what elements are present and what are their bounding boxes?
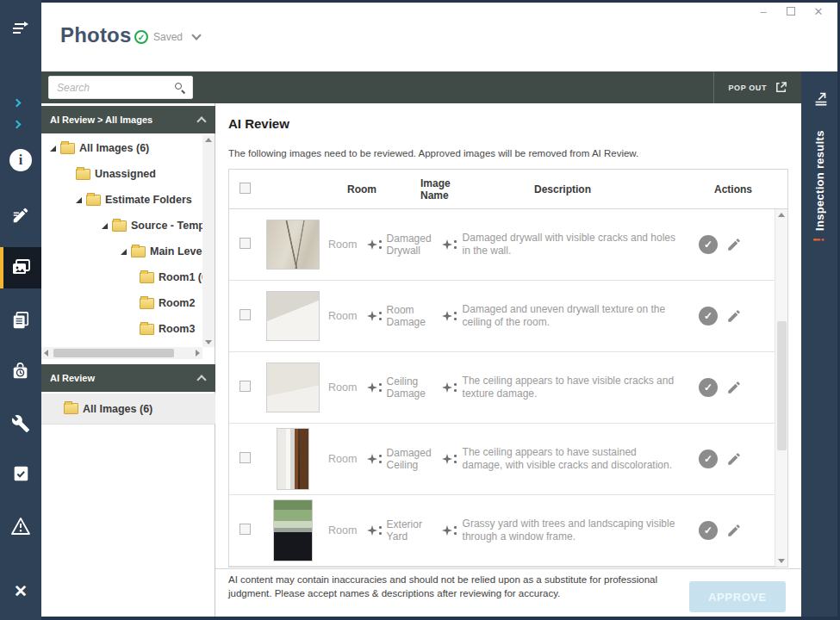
- sidebar-item-job-time[interactable]: [0, 352, 41, 390]
- sidebar-item-documents[interactable]: [0, 301, 41, 339]
- pencil-sign-icon: [11, 206, 30, 225]
- edit-row-icon[interactable]: [726, 308, 742, 324]
- folder-icon: [140, 324, 154, 335]
- approve-button[interactable]: APPROVE: [689, 581, 786, 612]
- expand-panel-icon[interactable]: [809, 89, 830, 106]
- maximize-icon: [787, 7, 795, 16]
- image-name-cell: Room Damage: [387, 304, 435, 328]
- sidebar-item-sketch[interactable]: [0, 196, 41, 234]
- ai-sparkle-icon: [367, 454, 382, 464]
- collapse-chevron-icon[interactable]: [196, 375, 206, 384]
- table-row: Room Damaged Ceiling The ceiling appears…: [229, 424, 787, 495]
- folder-icon: [60, 143, 75, 154]
- edit-row-icon[interactable]: [726, 523, 742, 538]
- tree-item-estimate-folders[interactable]: Estimate Folders: [41, 187, 202, 213]
- chevron-right-icon[interactable]: [14, 100, 22, 108]
- row-checkbox[interactable]: [240, 381, 251, 392]
- sidebar-item-alerts[interactable]: [0, 507, 41, 545]
- sidebar-item-info[interactable]: i: [0, 141, 41, 179]
- menu-toggle-icon[interactable]: [0, 10, 41, 48]
- photo-thumbnail[interactable]: [266, 220, 320, 270]
- expanded-triangle-icon[interactable]: [121, 249, 127, 255]
- pop-out-button[interactable]: POP OUT: [713, 71, 796, 103]
- tree-item-label: Unassigned: [95, 168, 156, 180]
- ai-sparkle-icon: [442, 311, 457, 321]
- sidebar-item-checklist[interactable]: [0, 455, 41, 493]
- ai-review-all-images-item[interactable]: All Images (6): [41, 394, 215, 425]
- row-checkbox[interactable]: [240, 524, 251, 535]
- folder-icon: [140, 298, 154, 309]
- approve-row-icon[interactable]: [699, 450, 718, 468]
- expanded-triangle-icon[interactable]: [102, 223, 108, 229]
- ai-sparkle-icon: [367, 311, 382, 321]
- scrollbar-thumb[interactable]: [777, 321, 787, 450]
- photo-thumbnail[interactable]: [266, 363, 320, 412]
- collapse-chevron-icon[interactable]: [196, 116, 206, 126]
- tree-item-room2[interactable]: Room2: [41, 290, 202, 316]
- search-icon[interactable]: [174, 82, 186, 94]
- wrench-icon: [11, 414, 30, 433]
- photo-thumbnail[interactable]: [277, 428, 309, 490]
- approve-row-icon[interactable]: [699, 378, 718, 397]
- table-row: Room Ceiling Damage The ceiling appears …: [229, 352, 787, 424]
- photo-thumbnail[interactable]: [273, 499, 313, 561]
- tree-horizontal-scrollbar[interactable]: [41, 347, 202, 359]
- pop-out-label: POP OUT: [728, 84, 767, 92]
- edit-row-icon[interactable]: [726, 451, 742, 467]
- inspection-results-panel[interactable]: ! Inspection results: [801, 71, 837, 617]
- inspection-results-tab[interactable]: ! Inspection results: [812, 130, 827, 242]
- chevron-down-icon[interactable]: [191, 30, 201, 40]
- scroll-down-icon[interactable]: [778, 559, 785, 563]
- edit-row-icon[interactable]: [726, 380, 742, 395]
- approve-row-icon[interactable]: [699, 235, 718, 254]
- window-border-bottom: [0, 617, 840, 620]
- search-box: [48, 76, 193, 99]
- expanded-triangle-icon[interactable]: [76, 197, 82, 203]
- chevron-right-icon[interactable]: [14, 121, 22, 130]
- scroll-up-icon[interactable]: [205, 138, 212, 142]
- folder-icon: [86, 195, 101, 206]
- scrollbar-thumb[interactable]: [53, 349, 174, 357]
- edit-row-icon[interactable]: [726, 237, 742, 252]
- tree-item-room3[interactable]: Room3: [41, 316, 202, 342]
- scroll-right-icon[interactable]: [196, 350, 200, 356]
- sidebar-close-button[interactable]: ✕: [0, 572, 41, 610]
- tree-item-label: Room1 (6): [159, 271, 202, 283]
- sidebar-item-tools[interactable]: [0, 405, 41, 443]
- tree-item-label: Estimate Folders: [105, 194, 192, 206]
- tree-item-source-template[interactable]: Source - Template: [41, 213, 202, 239]
- maximize-button[interactable]: [784, 4, 798, 18]
- table-vertical-scrollbar[interactable]: [775, 209, 787, 567]
- photo-thumbnail[interactable]: [266, 291, 320, 341]
- folder-icon: [76, 169, 90, 180]
- approve-footer: AI content may contain inaccuracies and …: [215, 568, 801, 617]
- scroll-down-icon[interactable]: [205, 340, 212, 344]
- row-checkbox[interactable]: [240, 238, 251, 249]
- tree-vertical-scrollbar[interactable]: [202, 135, 215, 347]
- table-row: Room Exterior Yard Grassy yard with tree…: [229, 495, 787, 567]
- page-title: Photos: [60, 23, 132, 47]
- photos-icon: [10, 258, 31, 277]
- tree-item-all-images[interactable]: All Images (6): [41, 135, 202, 161]
- expanded-triangle-icon[interactable]: [50, 146, 56, 152]
- scroll-left-icon[interactable]: [44, 350, 48, 356]
- tree-item-unassigned[interactable]: Unassigned: [41, 161, 202, 187]
- tree-breadcrumb-header[interactable]: AI Review > All Images: [41, 106, 215, 133]
- row-checkbox[interactable]: [240, 309, 251, 320]
- minimize-button[interactable]: –: [756, 4, 770, 18]
- approve-row-icon[interactable]: [699, 307, 718, 326]
- row-checkbox[interactable]: [240, 452, 251, 463]
- approve-row-icon[interactable]: [699, 521, 718, 540]
- sidebar-item-photos[interactable]: [0, 247, 41, 288]
- warning-triangle-icon: [10, 517, 31, 536]
- close-button[interactable]: ✕: [812, 4, 825, 18]
- scroll-up-icon[interactable]: [778, 213, 785, 217]
- save-status[interactable]: ✓ Saved: [134, 30, 200, 44]
- tree-item-room1[interactable]: Room1 (6): [41, 264, 202, 290]
- section-header-label: AI Review: [50, 373, 95, 383]
- search-input[interactable]: [49, 77, 192, 98]
- select-all-checkbox[interactable]: [240, 183, 251, 194]
- ai-review-section-header[interactable]: AI Review: [41, 364, 215, 392]
- tree-item-main-level[interactable]: Main Level: [41, 239, 202, 264]
- tree-item-label: All Images (6): [83, 403, 152, 415]
